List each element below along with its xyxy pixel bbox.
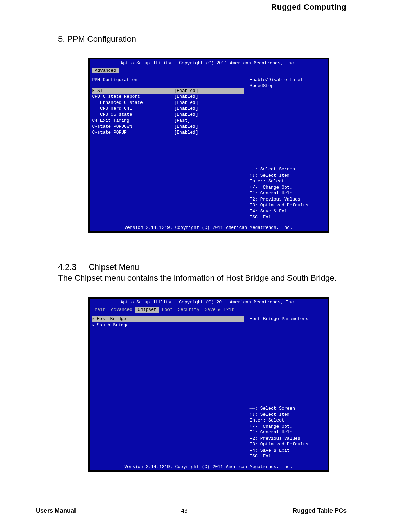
footer-right: Rugged Table PCs	[293, 507, 347, 514]
bios-body: ▸ Host Bridge ▸ South Bridge Host Bridge…	[90, 313, 328, 463]
bios-row-value: [Enabled]	[174, 112, 198, 118]
bios-row-label: CPU Hard C4E	[92, 106, 174, 112]
bios-left-panel: ▸ Host Bridge ▸ South Bridge	[90, 313, 247, 463]
page-content: 5. PPM Configuration Aptio Setup Utility…	[58, 34, 359, 501]
section-423-paragraph: The Chipset menu contains the informatio…	[58, 273, 359, 283]
footer-left: Users Manual	[36, 507, 76, 514]
section-423-heading: 4.2.3Chipset Menu	[58, 262, 359, 272]
bios-tab-main[interactable]: Main	[92, 307, 108, 313]
bios-row-label: C4 Exit Timing	[92, 118, 174, 124]
bios-tab-chipset[interactable]: Chipset	[135, 307, 159, 313]
bios-screenshot-ppm: Aptio Setup Utility – Copyright (C) 2011…	[88, 58, 329, 233]
section-5-title: 5. PPM Configuration	[58, 34, 359, 44]
bios-row-value: [Enabled]	[174, 94, 198, 100]
bios-row-value: [Enabled]	[174, 88, 198, 94]
bios-row-value: [Fast]	[174, 118, 190, 124]
bios-menu-host-bridge[interactable]: ▸ Host Bridge	[92, 316, 244, 322]
bios-screenshot-chipset: Aptio Setup Utility – Copyright (C) 2011…	[88, 297, 329, 472]
bios-group-label: PPM Configuration	[92, 77, 244, 83]
bios-row-cpu-c6-state[interactable]: CPU C6 state [Enabled]	[92, 112, 244, 118]
bios-row-label: C-state POPDOWN	[92, 124, 174, 130]
bios-help-keys: →←: Select Screen ↑↓: Select Item Enter:…	[250, 403, 325, 459]
bios-row-eist[interactable]: EIST [Enabled]	[92, 88, 244, 94]
page-number: 43	[181, 508, 187, 515]
bios-row-c4-exit-timing[interactable]: C4 Exit Timing [Fast]	[92, 118, 244, 124]
bios-row-label: CPU C state Report	[92, 94, 174, 100]
decorative-dotted-bar	[0, 13, 420, 20]
bios-tab-bar: Advanced	[90, 67, 328, 73]
bios-row-cstate-popdown[interactable]: C-state POPDOWN [Enabled]	[92, 124, 244, 130]
bios-tab-bar: Main Advanced Chipset Boot Security Save…	[90, 306, 328, 313]
bios-menu-label: South Bridge	[97, 322, 129, 328]
bios-row-label: C-state POPUP	[92, 129, 174, 136]
submenu-arrow-icon: ▸	[92, 316, 96, 322]
bios-tab-advanced[interactable]: Advanced	[108, 307, 135, 313]
bios-row-label: CPU C6 state	[92, 112, 174, 118]
bios-menu-label: Host Bridge	[97, 316, 126, 322]
section-number: 4.2.3	[58, 262, 76, 272]
bios-right-panel: Host Bridge Parameters →←: Select Screen…	[247, 313, 328, 463]
bios-option-description: Host Bridge Parameters	[250, 316, 325, 322]
bios-body: PPM Configuration EIST [Enabled] CPU C s…	[90, 73, 328, 224]
bios-right-panel: Enable/Disable Intel SpeedStep →←: Selec…	[247, 73, 328, 224]
bios-row-cpu-hard-c4e[interactable]: CPU Hard C4E [Enabled]	[92, 106, 244, 112]
bios-row-cstate-popup[interactable]: C-state POPUP [Enabled]	[92, 129, 244, 136]
bios-option-description: Enable/Disable Intel SpeedStep	[250, 77, 325, 89]
page-header: Rugged Computing	[271, 3, 347, 12]
bios-row-enhanced-cstate[interactable]: Enhanced C state [Enabled]	[92, 100, 244, 106]
page-footer: Users Manual 43 Rugged Table PCs	[36, 507, 347, 514]
bios-help-keys: →←: Select Screen ↑↓: Select Item Enter:…	[250, 164, 325, 220]
bios-row-value: [Enabled]	[174, 124, 198, 130]
bios-row-cstate-report[interactable]: CPU C state Report [Enabled]	[92, 94, 244, 100]
bios-title-bar: Aptio Setup Utility – Copyright (C) 2011…	[90, 59, 328, 67]
bios-tab-security[interactable]: Security	[175, 307, 202, 313]
bios-menu-south-bridge[interactable]: ▸ South Bridge	[92, 322, 244, 328]
bios-row-value: [Enabled]	[174, 100, 198, 106]
bios-left-panel: PPM Configuration EIST [Enabled] CPU C s…	[90, 73, 247, 224]
bios-tab-advanced[interactable]: Advanced	[92, 68, 119, 73]
bios-tab-boot[interactable]: Boot	[159, 307, 175, 313]
bios-tab-save-exit[interactable]: Save & Exit	[202, 307, 237, 313]
bios-footer: Version 2.14.1219. Copyright (C) 2011 Am…	[90, 463, 328, 470]
bios-row-value: [Enabled]	[174, 129, 198, 136]
bios-row-value: [Enabled]	[174, 106, 198, 112]
section-title: Chipset Menu	[89, 262, 139, 272]
bios-row-label: EIST	[92, 88, 174, 94]
bios-row-label: Enhanced C state	[92, 100, 174, 106]
bios-footer: Version 2.14.1219. Copyright (C) 2011 Am…	[90, 224, 328, 231]
submenu-arrow-icon: ▸	[92, 322, 96, 328]
bios-title-bar: Aptio Setup Utility – Copyright (C) 2011…	[90, 299, 328, 306]
